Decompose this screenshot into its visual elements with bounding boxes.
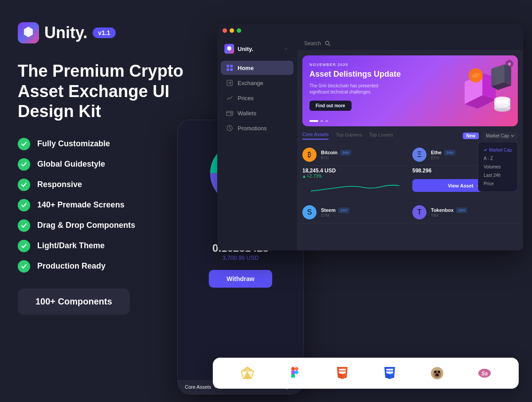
tab-core-assets[interactable]: Core Assets [302, 132, 329, 140]
feature-responsive: Responsive [37, 180, 82, 189]
feature-item: 140+ Premade Screens [18, 199, 204, 211]
check-icon-2 [18, 158, 30, 171]
tokenbox-icon: T [412, 205, 426, 219]
assets-section: Core Assets Top Gainers Top Losers New M… [297, 132, 523, 223]
svg-marker-33 [241, 367, 254, 371]
check-icon-1 [18, 138, 30, 150]
search-icon [325, 40, 331, 47]
search-placeholder: Search [304, 40, 321, 47]
feature-item: Responsive [18, 179, 204, 191]
sidebar-item-promotions[interactable]: Promotions [221, 121, 293, 135]
tools-row: Ss [213, 358, 519, 389]
feature-light-dark: Light/Dark Theme [37, 241, 105, 250]
dropdown-item-market-cap[interactable]: Market Cap [478, 146, 517, 154]
svg-marker-47 [386, 369, 393, 371]
svg-rect-36 [295, 367, 298, 371]
features-list: Fully Customizable Global Guidestyle Res… [18, 138, 204, 273]
steem-icon: S [302, 205, 317, 219]
sidebar-nav: Home Exchange Prices Wallets Promotions [217, 61, 297, 135]
svg-rect-12 [230, 68, 233, 71]
core-assets-dropdown[interactable]: Core Assets [185, 384, 218, 390]
check-icon-6 [18, 240, 30, 252]
tokenbox-row: T Tokenbox 24H TBX [412, 202, 518, 223]
search-bar[interactable]: Search [304, 40, 331, 47]
bitcoin-price: 18,245.4 USD [302, 168, 408, 174]
steem-row: S Steem 24H STM [302, 202, 408, 223]
banner-description: The Grin blockchain has presented signif… [309, 83, 380, 95]
css3-icon [381, 364, 399, 382]
components-badge: 100+ Components [18, 289, 130, 315]
svg-point-15 [231, 113, 231, 114]
svg-rect-38 [291, 374, 295, 378]
steem-asset-panel: S Steem 24H STM [302, 202, 408, 223]
dropdown-item-price[interactable]: Price [478, 180, 517, 188]
bitcoin-icon: ₿ [302, 148, 317, 162]
figma-icon [286, 364, 304, 382]
left-panel: Unity. v1.1 The Premium Crypto Asset Exc… [18, 22, 204, 315]
main-header: Search [297, 37, 523, 50]
svg-rect-37 [291, 371, 295, 374]
svg-text:Ss: Ss [481, 371, 488, 377]
feature-item: Global Guidestyle [18, 158, 204, 171]
feature-production-ready: Production Ready [37, 261, 106, 271]
sidebar-item-wallets[interactable]: Wallets [221, 106, 293, 120]
feature-premade-screens: 140+ Premade Screens [37, 200, 125, 210]
pug-icon [428, 364, 446, 382]
sass-icon: Ss [476, 364, 493, 382]
svg-point-51 [438, 371, 440, 373]
check-icon-7 [18, 260, 30, 273]
dropdown-item-volumes[interactable]: Volumes [478, 163, 517, 171]
bitcoin-change: +2.73% [302, 174, 408, 179]
titlebar [217, 24, 523, 37]
svg-point-17 [325, 41, 329, 45]
desktop-mockup: Unity. ← Home Exchange Prices W [217, 24, 523, 250]
ethereum-icon: Ξ [412, 148, 426, 162]
assets-tab-right: New Market Cap Market Cap [463, 132, 518, 140]
svg-marker-43 [339, 369, 346, 371]
feature-item: Drag & Drop Components [18, 219, 204, 232]
banner-3d-graphic [451, 60, 513, 122]
sidebar-item-exchange-label: Exchange [238, 80, 263, 86]
unity-logo-icon [18, 22, 39, 43]
html5-icon [333, 364, 351, 382]
sidebar-item-promotions-label: Promotions [238, 125, 267, 132]
market-cap-dropdown[interactable]: Market Cap [482, 132, 518, 140]
back-arrow[interactable]: ← [284, 45, 290, 52]
tab-top-gainers[interactable]: Top Gainers [336, 132, 362, 139]
feature-item: Production Ready [18, 260, 204, 273]
bitcoin-asset-panel: ₿ Bitcoin 24H BTC 18,245.4 USD [302, 144, 408, 199]
main-content: Search NOVEMBER 2020 Asset Delistings Up… [297, 37, 523, 250]
check-icon-3 [18, 179, 30, 191]
svg-rect-9 [227, 65, 229, 67]
desktop-sidebar: Unity. ← Home Exchange Prices W [217, 37, 297, 250]
sidebar-logo: Unity. ← [217, 44, 297, 61]
bitcoin-row: ₿ Bitcoin 24H BTC [302, 144, 408, 166]
sidebar-item-prices[interactable]: Prices [221, 91, 293, 105]
new-badge: New [463, 133, 479, 139]
sidebar-item-home[interactable]: Home [221, 61, 293, 75]
banner-cta-button[interactable]: Find out more [309, 101, 352, 111]
sidebar-logo-text: Unity. [238, 46, 253, 52]
tokenbox-asset-panel: T Tokenbox 24H TBX [412, 202, 518, 223]
dropdown-item-az[interactable]: A - Z [478, 154, 517, 163]
svg-rect-35 [291, 367, 295, 371]
version-badge: v1.1 [93, 27, 115, 38]
tab-top-losers[interactable]: Top Losers [369, 132, 393, 139]
sidebar-item-exchange[interactable]: Exchange [221, 76, 293, 90]
assets-tabs: Core Assets Top Gainers Top Losers New M… [302, 132, 518, 140]
sidebar-item-home-label: Home [238, 65, 254, 71]
svg-marker-22 [505, 64, 511, 86]
promotion-banner: NOVEMBER 2020 Asset Delistings Update Th… [302, 55, 518, 126]
logo-text: Unity. [44, 23, 87, 42]
svg-rect-14 [227, 111, 233, 116]
feature-fully-customizable: Fully Customizable [37, 139, 110, 148]
sidebar-item-wallets-label: Wallets [238, 110, 256, 117]
balance-usd: 3,700.96 USD [223, 254, 259, 261]
svg-rect-11 [227, 68, 229, 71]
headline: The Premium Crypto Asset Exchange UI Des… [18, 61, 204, 122]
dropdown-item-last24h[interactable]: Last 24h [478, 171, 517, 180]
withdraw-button[interactable]: Withdraw [209, 270, 272, 288]
svg-point-39 [295, 371, 298, 374]
sidebar-item-prices-label: Prices [238, 95, 254, 101]
logo-row: Unity. v1.1 [18, 22, 204, 43]
